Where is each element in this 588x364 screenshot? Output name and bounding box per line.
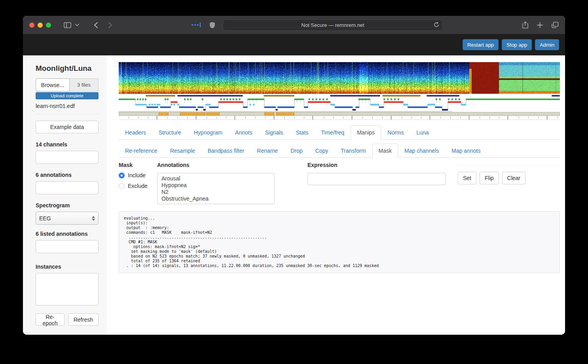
ruler-major-tick xyxy=(469,116,469,119)
subtab-bandpass-filter[interactable]: Bandpass filter xyxy=(201,144,251,158)
ruler-minor-tick xyxy=(382,117,383,119)
include-radio[interactable]: Include xyxy=(119,172,157,178)
annotation-span-brown[interactable] xyxy=(146,95,175,97)
tab-norms[interactable]: Norms xyxy=(381,125,410,140)
ruler-minor-tick xyxy=(460,117,461,119)
listed-annotations-input[interactable] xyxy=(36,240,99,253)
subtab-copy[interactable]: Copy xyxy=(309,144,335,158)
overview-strip[interactable] xyxy=(119,62,560,120)
flip-button[interactable]: Flip xyxy=(480,172,499,184)
annotations-input[interactable] xyxy=(36,181,99,194)
subtab-drop[interactable]: Drop xyxy=(284,144,309,158)
annotation-span-brown[interactable] xyxy=(382,95,421,97)
subtab-mask[interactable]: Mask xyxy=(372,144,398,158)
admin-button[interactable]: Admin xyxy=(535,39,559,50)
ruler-minor-tick xyxy=(177,117,178,119)
reload-icon[interactable] xyxy=(434,22,439,28)
annotation-option[interactable]: Hypopnea xyxy=(157,182,274,189)
subtab-map-channels[interactable]: Map channels xyxy=(398,144,445,158)
exclude-radio[interactable]: Exclude xyxy=(119,183,157,189)
stop-app-button[interactable]: Stop app xyxy=(502,39,532,50)
app-title: Moonlight/Luna xyxy=(36,64,99,73)
chevron-down-icon[interactable] xyxy=(73,19,81,30)
tab-group-icon[interactable] xyxy=(192,23,201,27)
set-button[interactable]: Set xyxy=(458,172,476,184)
subtab-transform[interactable]: Transform xyxy=(334,144,372,158)
expression-input[interactable] xyxy=(307,173,446,185)
masked-epochs-segment[interactable] xyxy=(264,112,274,116)
tab-luna[interactable]: Luna xyxy=(410,125,435,140)
annotation-span-purple[interactable] xyxy=(427,95,459,97)
tab-stats[interactable]: Stats xyxy=(290,125,315,140)
share-icon[interactable] xyxy=(522,21,528,28)
tab-annots[interactable]: Annots xyxy=(229,125,259,140)
time-ruler[interactable] xyxy=(119,116,560,120)
spectrogram-channel-select[interactable]: EEG xyxy=(36,212,99,225)
subtab-re-reference[interactable]: Re-reference xyxy=(119,144,164,158)
subtab-map-annots[interactable]: Map annots xyxy=(445,144,487,158)
exclude-radio-control[interactable] xyxy=(119,183,125,189)
annotations-listbox[interactable]: ArousalHypopneaN2Obstructive_Apnea xyxy=(157,173,275,204)
mask-epochs-band[interactable] xyxy=(119,112,560,116)
ruler-minor-tick xyxy=(528,117,529,119)
annotation-span-purple[interactable] xyxy=(552,95,560,97)
sidebar-toggle-icon[interactable] xyxy=(61,19,73,30)
new-tab-icon[interactable] xyxy=(537,21,543,28)
mask-action-buttons: SetFlipClear xyxy=(458,172,560,184)
ruler-major-tick xyxy=(430,116,430,119)
address-bar[interactable]: Not Secure — remnrem.net xyxy=(223,19,443,31)
ruler-minor-tick xyxy=(499,117,499,119)
tab-signals[interactable]: Signals xyxy=(259,125,290,140)
minimize-window-button[interactable] xyxy=(38,23,43,28)
spectrogram-select-value: EEG xyxy=(39,215,51,222)
channels-input[interactable] xyxy=(36,151,99,164)
masked-epochs-segment[interactable] xyxy=(276,112,294,116)
main-tabbar: HeadersStructureHypnogramAnnotsSignalsSt… xyxy=(119,125,560,140)
annotation-span-brown[interactable] xyxy=(264,95,294,97)
ruler-minor-tick xyxy=(421,117,421,119)
ruler-major-tick xyxy=(391,116,391,119)
masked-epochs-segment[interactable] xyxy=(206,112,219,116)
masked-epochs-segment[interactable] xyxy=(180,112,206,116)
tab-hypnogram[interactable]: Hypnogram xyxy=(188,125,229,140)
ruler-minor-tick xyxy=(148,117,148,119)
window-controls[interactable] xyxy=(29,23,51,28)
close-window-button[interactable] xyxy=(29,23,34,28)
annotation-option[interactable]: N2 xyxy=(157,189,274,195)
masked-epochs-segment[interactable] xyxy=(159,112,168,116)
annotation-span-purple[interactable] xyxy=(177,95,243,97)
subtab-resample[interactable]: Resample xyxy=(164,144,201,158)
annotation-span-purple[interactable] xyxy=(330,95,380,97)
subtab-rename[interactable]: Rename xyxy=(250,144,284,158)
forward-button[interactable] xyxy=(104,19,116,30)
include-radio-control[interactable] xyxy=(119,173,125,178)
ruler-minor-tick xyxy=(167,117,168,119)
instances-textarea[interactable] xyxy=(36,273,99,305)
back-button[interactable] xyxy=(90,19,102,30)
spectrogram-plot[interactable] xyxy=(119,62,560,94)
zoom-window-button[interactable] xyxy=(46,23,51,28)
hypnogram-plot[interactable] xyxy=(119,97,560,112)
url-text: Not Secure — remnrem.net xyxy=(302,22,364,28)
tab-overview-icon[interactable] xyxy=(552,21,559,28)
ruler-minor-tick xyxy=(304,117,304,119)
app-header: Restart appStop appAdmin xyxy=(23,34,565,55)
annotation-option[interactable]: Arousal xyxy=(157,175,274,182)
annotation-option[interactable]: Obstructive_Apnea xyxy=(157,195,274,202)
console-output-box: evaluating... input(s): output : :memory… xyxy=(119,211,560,273)
example-data-button[interactable]: Example data xyxy=(36,121,99,133)
restart-app-button[interactable]: Restart app xyxy=(463,39,499,50)
browse-button[interactable]: Browse... xyxy=(36,78,70,91)
tab-manips[interactable]: Manips xyxy=(351,125,381,140)
tab-structure[interactable]: Structure xyxy=(152,125,188,140)
privacy-shield-icon[interactable] xyxy=(206,19,218,30)
tab-headers[interactable]: Headers xyxy=(119,125,152,140)
clear-button[interactable]: Clear xyxy=(502,172,525,184)
annotation-spans-track[interactable] xyxy=(119,95,560,97)
files-count-badge: 3 files xyxy=(70,78,99,91)
tab-time-freq[interactable]: Time/freq xyxy=(315,125,351,140)
ruler-minor-tick xyxy=(255,117,256,119)
re-epoch-button[interactable]: Re-epoch xyxy=(36,313,64,326)
refresh-button[interactable]: Refresh xyxy=(68,313,99,326)
ruler-minor-tick xyxy=(440,117,441,119)
